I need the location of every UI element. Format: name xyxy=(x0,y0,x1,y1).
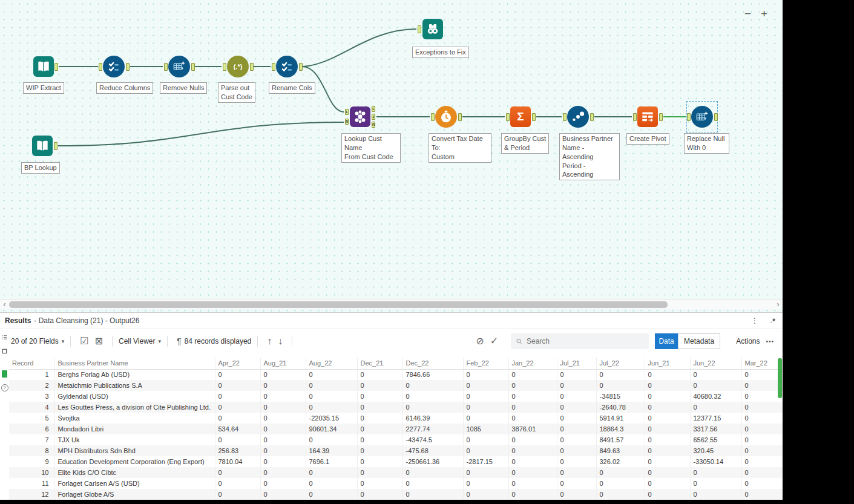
table-cell[interactable]: 0 xyxy=(557,456,596,467)
tool-wip-extract[interactable] xyxy=(33,56,54,77)
record-number[interactable]: 3 xyxy=(9,391,54,402)
table-cell[interactable]: 0 xyxy=(508,402,557,413)
table-cell[interactable]: 0 xyxy=(463,369,508,380)
column-header[interactable]: Jun_21 xyxy=(645,358,690,369)
tool-replace-null[interactable] xyxy=(691,106,713,128)
input-anchor[interactable] xyxy=(418,25,421,33)
output-anchor[interactable] xyxy=(191,63,195,71)
table-cell[interactable]: -43474.5 xyxy=(402,434,463,445)
table-cell[interactable]: 0 xyxy=(260,380,306,391)
output-anchor[interactable] xyxy=(250,63,254,71)
table-cell[interactable]: 0 xyxy=(306,434,357,445)
record-number[interactable]: 2 xyxy=(9,380,54,391)
table-cell[interactable]: 0 xyxy=(402,489,463,500)
annotation-wip-extract[interactable]: WIP Extract xyxy=(23,82,64,94)
table-cell[interactable]: 0 xyxy=(357,489,402,500)
table-cell[interactable]: 0 xyxy=(557,391,596,402)
table-cell[interactable]: 0 xyxy=(557,445,596,456)
table-cell[interactable]: 3317.56 xyxy=(690,424,741,434)
table-cell[interactable]: 0 xyxy=(463,402,508,413)
profile-panel-icon[interactable] xyxy=(0,345,9,357)
table-cell[interactable]: Berghs Forlag Ab (USD) xyxy=(54,369,215,380)
output-anchor[interactable] xyxy=(532,113,536,121)
table-cell[interactable]: 0 xyxy=(463,478,508,489)
table-cell[interactable]: -22035.15 xyxy=(306,413,357,424)
results-vertical-scrollbar-thumb[interactable] xyxy=(778,358,782,398)
tool-exceptions-to-fix[interactable] xyxy=(422,19,443,39)
column-header[interactable]: Jul_21 xyxy=(557,358,596,369)
table-row[interactable]: 5Svojtka00-22035.1506146.390005914.91012… xyxy=(9,413,783,424)
table-cell[interactable]: 0 xyxy=(741,434,783,445)
table-cell[interactable]: 0 xyxy=(463,391,508,402)
search-input[interactable] xyxy=(527,337,644,345)
record-number[interactable]: 12 xyxy=(9,489,54,500)
scroll-up-icon[interactable]: ↑ xyxy=(267,336,272,346)
table-cell[interactable]: 0 xyxy=(645,434,690,445)
join-output-anchor-J[interactable]: J xyxy=(372,114,375,120)
tool-reduce-columns[interactable] xyxy=(103,56,125,77)
table-cell[interactable]: MPH Distributors Sdn Bhd xyxy=(54,445,215,456)
table-cell[interactable]: 0 xyxy=(690,380,741,391)
annotation-reduce-columns[interactable]: Reduce Columns xyxy=(96,82,153,94)
table-cell[interactable]: Forlaget Globe A/S xyxy=(54,489,215,500)
scrollbar-thumb[interactable] xyxy=(9,301,668,308)
table-cell[interactable]: 0 xyxy=(645,489,690,500)
table-cell[interactable]: 0 xyxy=(508,456,557,467)
scroll-left-arrow[interactable]: ‹ xyxy=(0,300,9,309)
table-cell[interactable]: 0 xyxy=(260,434,306,445)
table-cell[interactable]: 0 xyxy=(645,467,690,478)
table-cell[interactable]: 0 xyxy=(557,413,596,424)
table-cell[interactable]: -475.68 xyxy=(402,445,463,456)
table-cell[interactable]: 0 xyxy=(463,489,508,500)
table-cell[interactable]: 0 xyxy=(402,467,463,478)
table-cell[interactable]: 0 xyxy=(741,369,783,380)
table-row[interactable]: 6Mondadori Libri534.64090601.3402277.741… xyxy=(9,424,783,434)
table-cell[interactable]: 8491.57 xyxy=(596,434,645,445)
table-cell[interactable]: 0 xyxy=(306,369,357,380)
table-cell[interactable]: 0 xyxy=(357,369,402,380)
table-cell[interactable]: 326.02 xyxy=(596,456,645,467)
table-cell[interactable]: 0 xyxy=(645,369,690,380)
table-cell[interactable]: 0 xyxy=(215,380,260,391)
table-cell[interactable]: 164.39 xyxy=(306,445,357,456)
table-cell[interactable]: 0 xyxy=(260,478,306,489)
table-cell[interactable]: 0 xyxy=(357,445,402,456)
table-cell[interactable]: 0 xyxy=(741,391,783,402)
input-anchor[interactable] xyxy=(223,63,226,71)
annotation-remove-nulls[interactable]: Remove Nulls xyxy=(160,82,207,94)
record-number[interactable]: 4 xyxy=(9,402,54,413)
table-cell[interactable]: 0 xyxy=(215,391,260,402)
table-cell[interactable]: 0 xyxy=(508,467,557,478)
column-header[interactable]: Dec_21 xyxy=(357,358,402,369)
table-cell[interactable]: 0 xyxy=(741,478,783,489)
table-cell[interactable]: 0 xyxy=(557,369,596,380)
table-cell[interactable]: 0 xyxy=(260,445,306,456)
column-header[interactable]: Business Partner Name xyxy=(54,358,215,369)
table-cell[interactable]: 0 xyxy=(557,467,596,478)
table-cell[interactable]: 0 xyxy=(508,478,557,489)
join-output-anchor-L[interactable]: L xyxy=(372,106,375,112)
column-header[interactable]: Aug_21 xyxy=(260,358,306,369)
tool-convert-tax-date[interactable] xyxy=(435,106,457,128)
table-cell[interactable]: 7810.04 xyxy=(215,456,260,467)
table-cell[interactable]: 320.45 xyxy=(690,445,741,456)
table-cell[interactable]: 0 xyxy=(596,478,645,489)
table-cell[interactable]: Education Development Corporation (Eng E… xyxy=(54,456,215,467)
output-anchor[interactable] xyxy=(458,113,462,121)
table-cell[interactable]: 0 xyxy=(260,391,306,402)
table-cell[interactable]: 0 xyxy=(215,478,260,489)
table-cell[interactable]: 0 xyxy=(557,402,596,413)
no-filter-icon[interactable]: ⊘ xyxy=(476,336,484,346)
table-cell[interactable]: Mondadori Libri xyxy=(54,424,215,434)
zoom-out-button[interactable]: − xyxy=(744,7,751,21)
table-cell[interactable]: Les Gouttes Press, a division of Cite Pu… xyxy=(54,402,215,413)
table-cell[interactable]: 0 xyxy=(741,489,783,500)
join-input-anchor-L[interactable]: L xyxy=(345,109,349,115)
table-cell[interactable]: 0 xyxy=(357,434,402,445)
table-cell[interactable]: 0 xyxy=(215,467,260,478)
table-cell[interactable]: 0 xyxy=(463,413,508,424)
table-cell[interactable]: Gyldendal (USD) xyxy=(54,391,215,402)
table-cell[interactable]: 0 xyxy=(645,413,690,424)
table-cell[interactable]: 6146.39 xyxy=(402,413,463,424)
table-cell[interactable]: 0 xyxy=(357,456,402,467)
